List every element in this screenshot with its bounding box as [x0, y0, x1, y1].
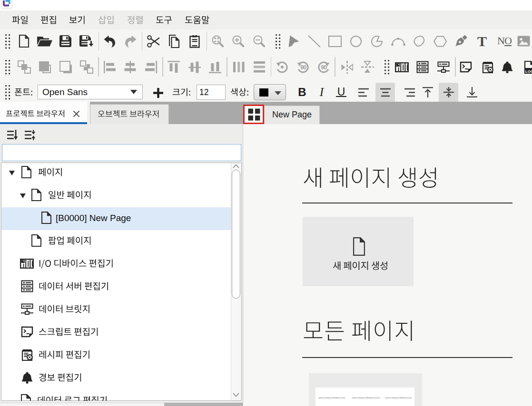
svg-text:90: 90 — [321, 64, 327, 71]
svg-text:LOG: LOG — [525, 69, 532, 73]
svg-text:90: 90 — [300, 64, 306, 71]
